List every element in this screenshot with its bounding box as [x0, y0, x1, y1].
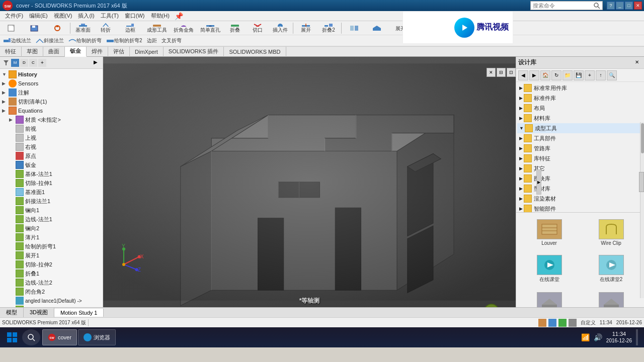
lib-item-lib-features[interactable]: ▶ 库特征	[517, 153, 643, 163]
lib-item-tools[interactable]: ▶ 工具部件	[517, 133, 643, 143]
rightpanel-close-btn[interactable]: ✕	[635, 59, 642, 66]
lib-tb-save[interactable]: 💾	[574, 70, 584, 80]
vp-resize-tl[interactable]: ⊡	[507, 68, 516, 77]
taskbar-item-sw[interactable]: SW cover	[42, 329, 77, 345]
filter-icon[interactable]	[2, 59, 10, 67]
vp-close[interactable]: ✕	[487, 68, 496, 77]
menu-item-file[interactable]: 文件(F)	[2, 11, 26, 21]
lib-tb-back[interactable]: ◀	[518, 70, 528, 80]
tree-item-material[interactable]: ▶ 材质 <未指定>	[1, 115, 102, 124]
tree-item-edge-flange1[interactable]: 边线-法兰1	[1, 215, 102, 224]
lib-tb-refresh[interactable]: ↻	[551, 70, 561, 80]
lib-item-online2[interactable]: 在线课堂2	[582, 252, 640, 286]
status-icon-3[interactable]	[558, 319, 567, 327]
tray-network[interactable]: 📶	[581, 333, 590, 341]
lib-tb-add[interactable]: +	[585, 70, 595, 80]
search-area[interactable]	[530, 1, 603, 10]
status-icon-2[interactable]	[548, 319, 556, 327]
btab-motion-study[interactable]: Motion Study 1	[54, 309, 104, 317]
lib-item-material[interactable]: ▶ 材料库	[517, 113, 643, 123]
menu-item-edit[interactable]: 编辑(E)	[26, 11, 51, 21]
help-icon[interactable]: ?	[607, 2, 615, 10]
tree-item-unfold1[interactable]: 展开1	[1, 251, 102, 260]
tab-weld[interactable]: 焊件	[87, 47, 108, 57]
tab-sw-mbd[interactable]: SOLIDWORKS MBD	[224, 47, 286, 57]
lib-tb-search[interactable]: 🔍	[607, 70, 617, 80]
status-icon-1[interactable]	[538, 319, 546, 327]
tb-simple-hole[interactable]: 简单直孔	[197, 22, 223, 35]
tree-item-annotation[interactable]: ▶ 注解	[1, 88, 102, 97]
tree-item-cut-extrude[interactable]: 切除-拉伸1	[1, 178, 102, 188]
lib-item-forming-tools[interactable]: ▼ 成型工具	[517, 123, 643, 133]
tab-sketch[interactable]: 草图	[22, 47, 43, 57]
maximize-button[interactable]: □	[625, 2, 633, 10]
status-icon-4[interactable]	[569, 319, 577, 327]
tb-unfold[interactable]: 展开	[295, 22, 317, 35]
start-button[interactable]	[2, 328, 22, 346]
tree-item-edge-flange2[interactable]: 边线-法兰2	[1, 278, 102, 287]
tree-item-sheetmetal[interactable]: 钣金	[1, 160, 102, 169]
rightpanel-close[interactable]	[639, 172, 644, 192]
tree-item-history[interactable]: ▼ History	[1, 70, 102, 79]
tb-miter-flange[interactable]: 斜接法兰	[34, 37, 66, 44]
tree-item-pattern2[interactable]: 镧向2	[1, 224, 102, 233]
lib-tb-home[interactable]: 🏠	[540, 70, 550, 80]
lib-item-standard-parts[interactable]: ▶ 标准常用件库	[517, 83, 643, 93]
tb-cut[interactable]: 切口	[247, 22, 269, 35]
lib-item-online1[interactable]: 在线课堂	[520, 252, 578, 286]
lib-item-render[interactable]: ▶ 渲染素材	[517, 194, 643, 204]
tree-item-flat-pattern[interactable]: 平板型式	[1, 305, 102, 307]
taskbar-item-browser[interactable]: 浏览器	[78, 329, 116, 345]
menu-item-window[interactable]: 窗口(W)	[122, 11, 148, 21]
lib-item-rib22[interactable]: 机构侧加强筋22	[582, 290, 640, 307]
tb-form-tool[interactable]: 成形工具	[144, 22, 170, 35]
tb-save[interactable]	[24, 22, 46, 35]
tab-feature[interactable]: 特征	[0, 47, 22, 57]
tree-item-equations[interactable]: ▶ Equations	[1, 106, 102, 115]
tray-volume[interactable]: 🔊	[594, 333, 602, 341]
minimize-button[interactable]: _	[616, 2, 624, 10]
tree-item-closed-corner[interactable]: 闭合角2	[1, 287, 102, 296]
panel-tab-model[interactable]: M	[11, 59, 19, 67]
lib-item-rib21[interactable]: 机构侧加强筋21	[520, 290, 578, 307]
tb-view2[interactable]	[366, 22, 388, 35]
panel-expand-icon[interactable]: ▶	[94, 59, 101, 66]
lib-item-louver[interactable]: Louver	[520, 217, 578, 248]
tb-new[interactable]	[1, 22, 23, 35]
tree-item-tab1[interactable]: 薄片1	[1, 233, 102, 242]
tree-item-right-view[interactable]: 右视	[1, 142, 102, 151]
tb-jog[interactable]: 边距	[145, 37, 159, 44]
tab-surface[interactable]: 曲面	[43, 47, 65, 57]
lib-item-smart-parts[interactable]: ▶ 智能部件	[517, 204, 643, 213]
tray-show-desktop[interactable]	[636, 329, 638, 345]
tab-evaluate[interactable]: 评估	[108, 47, 130, 57]
btab-model[interactable]: 模型	[0, 308, 24, 317]
tree-item-sketch-bend1[interactable]: 绘制的折弯1	[1, 242, 102, 251]
tree-item-plane1[interactable]: 基准面1	[1, 188, 102, 197]
menu-item-help[interactable]: 帮助(H)	[148, 11, 173, 21]
lib-tb-up[interactable]: ↑	[596, 70, 606, 80]
panel-tab-plus[interactable]: +	[38, 59, 46, 67]
tree-item-origin[interactable]: 原点	[1, 151, 102, 160]
tb-convert[interactable]: 转折	[95, 22, 117, 35]
tree-item-cut-extrude2[interactable]: 切除-拉伸2	[1, 260, 102, 269]
menu-item-insert[interactable]: 插入(I)	[75, 11, 97, 21]
tree-item-top-view[interactable]: 上视	[1, 133, 102, 142]
tb-hem[interactable]: 给制的折弯2	[104, 37, 144, 44]
tb-base-flange[interactable]: 基准面	[72, 22, 94, 35]
tab-sheetmetal[interactable]: 钣金	[65, 47, 87, 57]
lib-item-pipes[interactable]: ▶ 管路库	[517, 143, 643, 153]
tree-item-base-flange[interactable]: 基体-法兰1	[1, 169, 102, 178]
panel-tab-config[interactable]: C	[29, 59, 37, 67]
tb-edge-flange[interactable]: 边框	[117, 22, 143, 35]
btab-3dview[interactable]: 3D视图	[24, 308, 54, 317]
tree-item-miter-flange[interactable]: 斜接法兰1	[1, 197, 102, 206]
menu-pin[interactable]: 📌	[175, 12, 183, 20]
tab-dimxpert[interactable]: DimXpert	[130, 47, 164, 57]
tab-sw-plugins[interactable]: SOLIDWORKS 插件	[164, 47, 224, 57]
tb-rebuild[interactable]	[46, 22, 68, 35]
search-input[interactable]	[533, 3, 593, 9]
tree-item-front-view[interactable]: 前视	[1, 124, 102, 133]
3d-model-view[interactable]: X Y Z	[103, 57, 516, 307]
tree-item-fold1[interactable]: 折叠1	[1, 269, 102, 278]
